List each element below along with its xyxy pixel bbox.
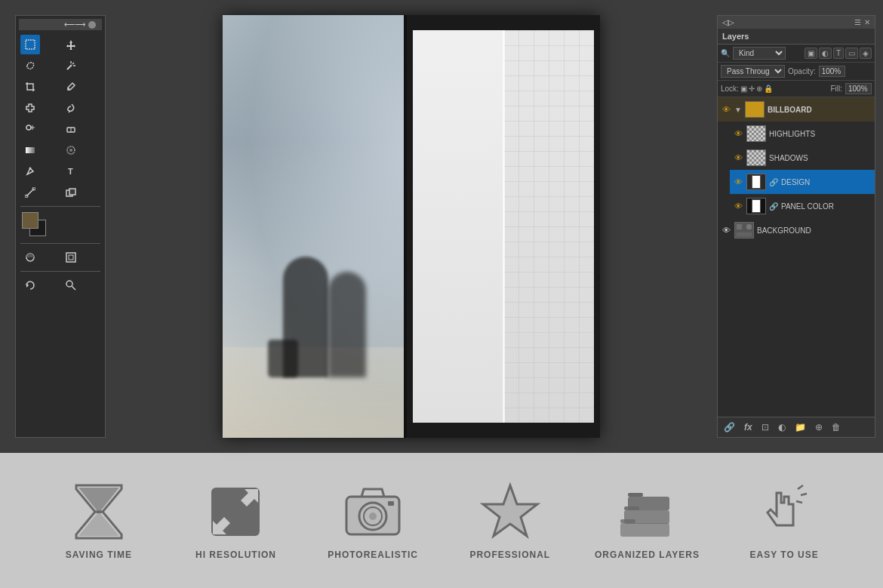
fx-button[interactable]: fx (741, 420, 755, 434)
filter-type-icon[interactable]: T (833, 48, 844, 59)
tool-mask[interactable] (20, 248, 40, 267)
lock-pixels-icon[interactable]: ▣ (740, 85, 747, 93)
svg-rect-51 (628, 497, 669, 510)
foreground-swatch[interactable] (22, 212, 38, 229)
layer-design[interactable]: 👁 🔗 DESIGN (730, 170, 875, 194)
tool-frame[interactable] (61, 248, 81, 267)
tool-magic-wand[interactable] (61, 56, 81, 75)
thumb-shadows (746, 149, 766, 166)
lock-artboard-icon[interactable]: ⊕ (756, 85, 762, 93)
canvas-background (223, 15, 600, 438)
thumb-billboard (745, 101, 765, 118)
billboard-inner (413, 30, 594, 423)
tool-zoom2[interactable] (61, 276, 81, 295)
layer-name-shadows: SHADOWS (769, 154, 872, 162)
svg-line-27 (72, 286, 75, 290)
svg-line-5 (67, 65, 72, 69)
toolbar-titlebar: ⟵⟶ (19, 19, 102, 30)
tool-path[interactable] (20, 183, 40, 202)
filter-pixel-icon[interactable]: ▣ (805, 48, 817, 59)
svg-line-3 (72, 63, 74, 64)
fill-input[interactable] (845, 83, 872, 94)
blend-mode-select[interactable]: Pass Through (721, 65, 785, 78)
filter-adjust-icon[interactable]: ◐ (819, 48, 832, 59)
svg-line-54 (801, 494, 807, 495)
billboard-frame (404, 15, 600, 438)
eye-design[interactable]: 👁 (733, 177, 743, 186)
filter-shape-icon[interactable]: ▭ (845, 48, 858, 59)
tool-shape[interactable] (61, 183, 81, 202)
layer-highlights[interactable]: 👁 HIGHLIGHTS (730, 122, 875, 146)
fill-label: Fill: (830, 85, 842, 93)
saving-time-label: SAVING TIME (66, 550, 132, 560)
eye-background[interactable]: 👁 (721, 226, 731, 235)
opacity-label: Opacity: (788, 67, 816, 75)
panel-collapse-icon[interactable]: ◁▷ (722, 18, 734, 26)
tool-brush[interactable] (61, 98, 81, 118)
tool-crop[interactable] (20, 77, 40, 97)
new-group-button[interactable]: 📁 (792, 420, 809, 434)
tool-healing[interactable] (20, 98, 40, 118)
tool-eyedropper[interactable] (61, 77, 81, 97)
filter-smart-icon[interactable]: ◈ (860, 48, 872, 59)
tool-eraser[interactable] (61, 119, 81, 139)
feature-hi-resolution: HI RESOLUTION (183, 482, 288, 560)
layer-panel-color[interactable]: 👁 🔗 PANEL COLOR (730, 194, 875, 218)
svg-rect-52 (628, 493, 643, 497)
kind-select[interactable]: Kind (733, 47, 786, 60)
new-layer-button[interactable]: ⊕ (812, 420, 826, 434)
person-bag (268, 340, 298, 377)
tool-clone[interactable] (20, 119, 40, 139)
bottom-section: SAVING TIME HI RESOLUTION (0, 453, 883, 588)
add-mask-button[interactable]: ⊡ (758, 420, 772, 434)
svg-rect-13 (26, 147, 35, 153)
svg-line-53 (798, 485, 803, 489)
delete-layer-button[interactable]: 🗑 (829, 420, 844, 434)
layer-shadows[interactable]: 👁 SHADOWS (730, 146, 875, 170)
feature-professional: PROFESSIONAL (457, 482, 563, 560)
tool-lasso[interactable] (20, 56, 40, 75)
panel-menu-icon[interactable]: ☰ (854, 18, 861, 26)
tool-rotate[interactable] (20, 276, 40, 295)
color-swatches (19, 209, 102, 241)
chain-design: 🔗 (769, 178, 778, 186)
lock-position-icon[interactable]: ✛ (749, 85, 755, 93)
lock-icons: Lock: ▣ ✛ ⊕ 🔒 (721, 85, 773, 93)
tool-move[interactable] (61, 35, 81, 54)
svg-rect-31 (737, 232, 752, 237)
tool-gradient[interactable] (20, 140, 40, 160)
lock-label: Lock: (721, 85, 739, 93)
layer-name-highlights: HIGHLIGHTS (769, 130, 872, 138)
svg-point-43 (369, 513, 377, 520)
search-icon: 🔍 (721, 49, 730, 57)
svg-marker-25 (26, 283, 29, 288)
link-layers-button[interactable]: 🔗 (721, 420, 738, 434)
svg-rect-24 (69, 255, 73, 260)
panel-title: Layers (718, 29, 875, 45)
lock-all-icon[interactable]: 🔒 (764, 85, 773, 93)
toolbar-resize-icon[interactable]: ⟵⟶ (64, 20, 85, 29)
photorealistic-icon (343, 482, 403, 542)
toolbar-close-button[interactable] (88, 21, 96, 29)
eye-panel-color[interactable]: 👁 (733, 202, 743, 211)
layer-background[interactable]: 👁 BACKGROUND (718, 218, 875, 242)
tool-type[interactable]: T (61, 162, 81, 181)
adjustments-button[interactable]: ◐ (775, 420, 789, 434)
tool-blur[interactable] (61, 140, 81, 160)
opacity-input[interactable] (819, 66, 845, 77)
billboard-divider (503, 30, 505, 423)
tool-pen[interactable] (20, 162, 40, 181)
panel-bottom-bar: 🔗 fx ⊡ ◐ 📁 ⊕ 🗑 (718, 417, 875, 437)
thumb-highlights (746, 125, 766, 142)
expand-billboard[interactable]: ▼ (734, 106, 742, 114)
svg-point-6 (68, 88, 70, 91)
eye-billboard[interactable]: 👁 (721, 105, 731, 114)
panel-titlebar-controls: ◁▷ (722, 18, 734, 26)
svg-rect-0 (26, 40, 35, 49)
tool-marquee[interactable] (20, 35, 40, 54)
eye-shadows[interactable]: 👁 (733, 153, 743, 162)
tool-grid-bottom (19, 246, 102, 269)
layer-billboard-group[interactable]: 👁 ▼ BILLBOARD (718, 97, 875, 122)
eye-highlights[interactable]: 👁 (733, 129, 743, 138)
panel-close-icon[interactable]: ✕ (864, 18, 870, 26)
